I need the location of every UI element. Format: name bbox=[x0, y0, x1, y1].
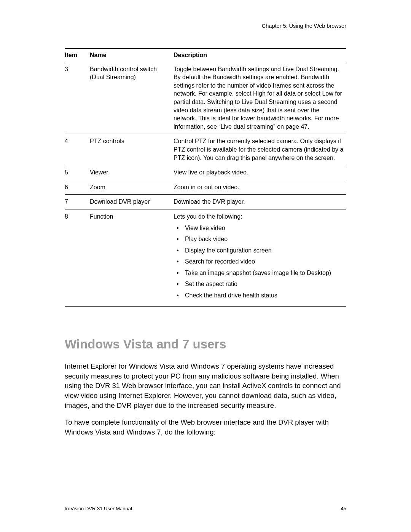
list-item: Search for recorded video bbox=[174, 257, 344, 266]
page-footer: truVision DVR 31 User Manual 45 bbox=[65, 506, 346, 511]
cell-desc: Download the DVR player. bbox=[174, 195, 346, 209]
list-item: Check the hard drive health status bbox=[174, 291, 344, 300]
table-row: 8 Function Lets you do the following: Vi… bbox=[65, 209, 346, 306]
cell-item: 7 bbox=[65, 195, 90, 209]
footer-page-number: 45 bbox=[341, 506, 346, 511]
th-description: Description bbox=[174, 48, 346, 62]
cell-desc-intro: Lets you do the following: bbox=[174, 212, 344, 221]
cell-desc: Toggle between Bandwidth settings and Li… bbox=[174, 62, 346, 134]
chapter-header: Chapter 5: Using the Web browser bbox=[65, 23, 346, 29]
list-item: Display the configuration screen bbox=[174, 246, 344, 255]
list-item: Play back video bbox=[174, 235, 344, 243]
cell-desc: Zoom in or out on video. bbox=[174, 180, 346, 195]
th-item: Item bbox=[65, 48, 90, 62]
body-paragraph: Internet Explorer for Windows Vista and … bbox=[65, 361, 346, 411]
cell-desc: View live or playback video. bbox=[174, 165, 346, 180]
list-item: View live video bbox=[174, 224, 344, 232]
cell-desc-list: View live video Play back video Display … bbox=[174, 224, 344, 300]
footer-manual-title: truVision DVR 31 User Manual bbox=[65, 506, 132, 511]
table-row: 7 Download DVR player Download the DVR p… bbox=[65, 195, 346, 209]
cell-item: 3 bbox=[65, 62, 90, 134]
items-table: Item Name Description 3 Bandwidth contro… bbox=[65, 48, 346, 307]
table-row: 4 PTZ controls Control PTZ for the curre… bbox=[65, 134, 346, 165]
cell-name: Download DVR player bbox=[90, 195, 174, 209]
th-name: Name bbox=[90, 48, 174, 62]
cell-name: Function bbox=[90, 209, 174, 306]
cell-desc: Lets you do the following: View live vid… bbox=[174, 209, 346, 306]
cell-desc: Control PTZ for the currently selected c… bbox=[174, 134, 346, 165]
list-item: Take an image snapshot (saves image file… bbox=[174, 269, 344, 277]
cell-name: Viewer bbox=[90, 165, 174, 180]
section-heading: Windows Vista and 7 users bbox=[65, 337, 346, 351]
cell-name: Bandwidth control switch (Dual Streaming… bbox=[90, 62, 174, 134]
cell-name: Zoom bbox=[90, 180, 174, 195]
cell-item: 8 bbox=[65, 209, 90, 306]
cell-name: PTZ controls bbox=[90, 134, 174, 165]
list-item: Set the aspect ratio bbox=[174, 280, 344, 288]
table-row: 6 Zoom Zoom in or out on video. bbox=[65, 180, 346, 195]
cell-item: 4 bbox=[65, 134, 90, 165]
cell-item: 5 bbox=[65, 165, 90, 180]
table-row: 5 Viewer View live or playback video. bbox=[65, 165, 346, 180]
table-row: 3 Bandwidth control switch (Dual Streami… bbox=[65, 62, 346, 134]
cell-item: 6 bbox=[65, 180, 90, 195]
body-paragraph: To have complete functionality of the We… bbox=[65, 417, 346, 437]
